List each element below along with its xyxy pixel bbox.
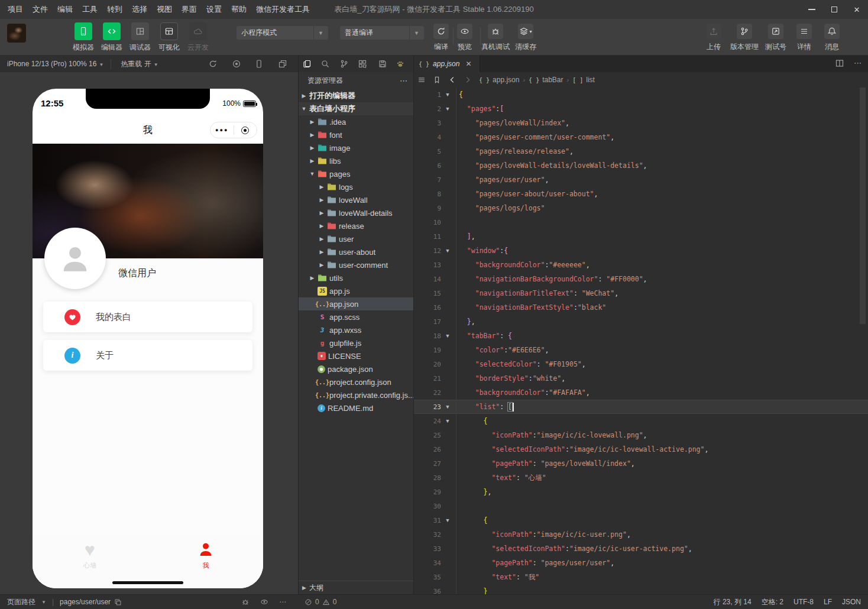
project-root[interactable]: ▼ 表白墙小程序	[299, 102, 414, 115]
forward-arrow-icon[interactable]	[464, 76, 472, 84]
git-branch-icon[interactable]	[338, 59, 350, 69]
tree-item-app.js[interactable]: JSapp.js	[299, 284, 414, 297]
tree-item-LICENSE[interactable]: ♦LICENSE	[299, 349, 414, 362]
test-account-button[interactable]: 测试号	[760, 24, 792, 52]
menu-card-my-confession[interactable]: 我的表白	[43, 302, 252, 332]
tree-item-utils[interactable]: ▶utils	[299, 271, 414, 284]
debugger-button[interactable]: 调试器	[126, 22, 154, 53]
menu-item[interactable]: 转到	[105, 3, 124, 16]
fold-chevron-icon[interactable]: ▼	[441, 517, 454, 523]
breadcrumb-item[interactable]: list	[586, 76, 595, 84]
tree-item-user-comment[interactable]: ▶user-comment	[299, 258, 414, 271]
vconsole-bug-icon[interactable]	[241, 598, 250, 606]
split-editor-icon[interactable]	[835, 59, 844, 68]
menu-item[interactable]: 编辑	[56, 3, 75, 16]
menu-card-about[interactable]: i关于	[43, 340, 252, 371]
detach-window-icon[interactable]	[277, 59, 289, 69]
fold-chevron-icon[interactable]: ▼	[441, 248, 454, 254]
menu-item[interactable]: 项目	[6, 3, 25, 16]
messages-button[interactable]: 消息	[816, 24, 848, 52]
compile-mode-select[interactable]: 普通编译 ▼	[340, 26, 424, 40]
more-dots-icon[interactable]: ⋯	[279, 598, 287, 606]
more-actions-icon[interactable]: ⋯	[400, 76, 408, 85]
bookmark-icon[interactable]	[433, 76, 441, 84]
phone-tab-me[interactable]: 我	[170, 540, 241, 570]
tree-item-README.md[interactable]: iREADME.md	[299, 401, 414, 414]
menu-item[interactable]: 工具	[80, 3, 99, 16]
record-icon[interactable]	[231, 59, 242, 69]
maximize-icon[interactable]	[823, 0, 846, 19]
mode-select[interactable]: 小程序模式 ▼	[237, 26, 328, 40]
device-selector[interactable]: iPhone 12/13 (Pro) 100% 16▼	[0, 60, 103, 68]
tree-item-gulpfile.js[interactable]: ggulpfile.js	[299, 336, 414, 349]
simulator-button[interactable]: 模拟器	[69, 22, 98, 53]
visibility-eye-icon[interactable]	[260, 598, 268, 606]
phone-tab-love-wall[interactable]: ♥心墙	[54, 540, 125, 570]
menu-item[interactable]: 界面	[180, 3, 199, 16]
tree-item-image[interactable]: ▶image	[299, 141, 414, 154]
status-segment[interactable]: 空格: 2	[762, 597, 783, 607]
upload-button[interactable]: 上传	[698, 24, 730, 52]
code-editor[interactable]: { }app.json›{ }tabBar›[ ]list 1▼{2▼ "pag…	[414, 72, 868, 594]
more-actions-icon[interactable]: ⋯	[854, 59, 862, 67]
menu-item[interactable]: 选择	[130, 3, 149, 16]
tree-item-package.json[interactable]: ●package.json	[299, 362, 414, 375]
capsule-button[interactable]: ●●●	[210, 122, 257, 138]
menu-icon[interactable]	[417, 76, 426, 84]
fold-chevron-icon[interactable]: ▼	[441, 404, 454, 410]
tree-item-.idea[interactable]: ▶.idea	[299, 115, 414, 128]
fold-chevron-icon[interactable]: ▼	[441, 106, 454, 112]
status-segment[interactable]: LF	[824, 598, 832, 606]
hot-reload-toggle[interactable]: 热重载 开▼	[111, 59, 158, 69]
back-arrow-icon[interactable]	[448, 76, 456, 84]
menu-item[interactable]: 视图	[155, 3, 174, 16]
files-icon[interactable]	[301, 59, 313, 69]
tree-item-app.scss[interactable]: Sapp.scss	[299, 310, 414, 323]
visualizer-button[interactable]: 可视化	[155, 22, 183, 53]
user-avatar[interactable]	[44, 228, 106, 289]
rotate-icon[interactable]	[207, 59, 219, 69]
tree-item-logs[interactable]: ▶logs	[299, 180, 414, 193]
tree-item-release[interactable]: ▶release	[299, 219, 414, 232]
avatar[interactable]	[7, 24, 26, 43]
menu-item[interactable]: 设置	[205, 3, 224, 16]
problems-indicator[interactable]: 0 0	[305, 598, 336, 606]
remote-debug-button[interactable]: 真机调试	[480, 24, 511, 52]
copy-icon[interactable]	[114, 598, 122, 606]
save-icon[interactable]	[377, 59, 388, 69]
menu-item[interactable]: 帮助	[229, 3, 248, 16]
tree-item-libs[interactable]: ▶libs	[299, 154, 414, 167]
tree-item-user-about[interactable]: ▶user-about	[299, 245, 414, 258]
tree-item-font[interactable]: ▶font	[299, 128, 414, 141]
tree-item-project.private.config.js...[interactable]: {..}project.private.config.js...	[299, 388, 414, 401]
editor-button[interactable]: 编辑器	[98, 22, 126, 53]
outline-section[interactable]: ▶ 大纲	[299, 581, 414, 594]
fold-chevron-icon[interactable]: ▼	[441, 92, 454, 98]
cloud-dev-button[interactable]: 云开发	[184, 22, 212, 53]
fold-chevron-icon[interactable]: ▼	[441, 418, 454, 424]
details-button[interactable]: 详情	[788, 24, 820, 52]
phone-preview[interactable]: 12:55 100% 我 ●●● 微信用户 我的表白i关于 ♥心墙我	[33, 89, 263, 588]
tree-item-user[interactable]: ▶user	[299, 232, 414, 245]
minimize-icon[interactable]	[801, 0, 823, 19]
device-frame-icon[interactable]	[253, 59, 265, 69]
open-editors-section[interactable]: ▶ 打开的编辑器	[299, 89, 414, 102]
tree-item-app.wxss[interactable]: 3app.wxss	[299, 323, 414, 336]
clear-cache-button[interactable]: ▾清缓存	[510, 24, 542, 52]
paw-icon[interactable]	[394, 59, 406, 69]
status-segment[interactable]: JSON	[842, 598, 861, 606]
tree-item-pages[interactable]: ▼pages	[299, 167, 414, 180]
tree-item-app.json[interactable]: {..}app.json	[299, 297, 414, 310]
version-control-button[interactable]: 版本管理	[728, 24, 760, 52]
tab-app-json[interactable]: { } app.json ✕	[414, 56, 480, 72]
breadcrumb-item[interactable]: app.json	[493, 76, 519, 84]
close-icon[interactable]: ✕	[846, 0, 868, 19]
tree-item-loveWall[interactable]: ▶loveWall	[299, 193, 414, 206]
status-segment[interactable]: 行 23, 列 14	[714, 597, 752, 607]
menu-item[interactable]: 微信开发者工具	[254, 3, 312, 16]
home-target-icon[interactable]	[234, 122, 257, 138]
page-path-control[interactable]: 页面路径 ▼ | pages/user/user	[0, 597, 122, 607]
code-area[interactable]: 1▼{2▼ "pages":[3 "pages/loveWall/index",…	[414, 88, 868, 594]
editor-scrollbar[interactable]	[860, 88, 866, 324]
preview-button[interactable]: 预览	[449, 24, 481, 52]
